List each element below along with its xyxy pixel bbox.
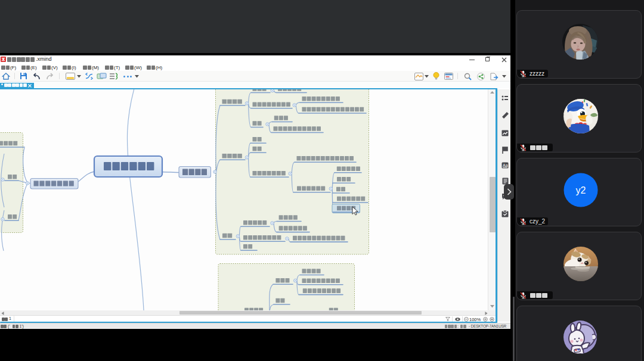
svg-text:y2: y2 <box>576 185 586 195</box>
svg-text:Aa: Aa <box>503 163 508 167</box>
